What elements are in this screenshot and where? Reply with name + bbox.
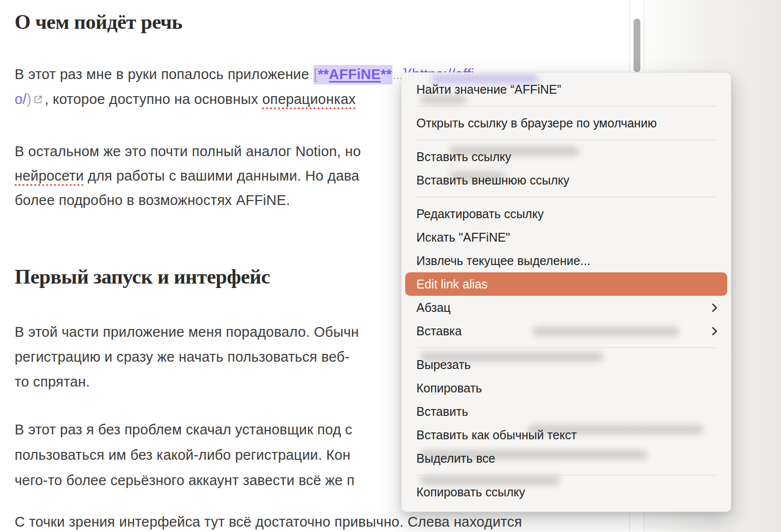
chevron-right-icon	[708, 303, 717, 312]
page: О чем пойдёт речь В этот раз мне в руки …	[0, 0, 781, 532]
paragraph-2-line-1[interactable]: В остальном же это почти полный аналог N…	[15, 143, 361, 160]
paragraph-text: для работы с вашими данными. Но дава	[84, 168, 360, 184]
heading-1: О чем пойдёт речь	[15, 10, 182, 34]
paragraph-4-line-2[interactable]: пользоваться им без какой-либо регистрац…	[15, 447, 350, 463]
paragraph-4-line-3[interactable]: чего-то более серьёзного аккаунт завести…	[15, 472, 354, 489]
paragraph-text: , которое доступно на основных	[44, 91, 262, 107]
context-menu: Найти значение “AFFiNE” Открыть ссылку в…	[401, 72, 731, 512]
menu-divider	[416, 106, 716, 106]
menu-item-lookup-meaning[interactable]: Найти значение “AFFiNE”	[405, 78, 727, 101]
heading-2: Первый запуск и интерфейс	[15, 265, 270, 289]
menu-divider	[416, 348, 716, 348]
menu-item-insert-submenu[interactable]: Вставка	[405, 319, 727, 343]
menu-item-paste-plain-text[interactable]: Вставить как обычный текст	[405, 423, 727, 447]
paragraph-1-line-2[interactable]: о/), которое доступно на основных операц…	[15, 91, 356, 107]
menu-divider	[416, 197, 716, 197]
paragraph-3-line-1[interactable]: В этой части приложение меня порадовало.…	[15, 324, 359, 340]
menu-item-edit-link[interactable]: Редактировать ссылку	[405, 202, 727, 225]
selected-link-markdown[interactable]: [**AFFiNE**	[313, 65, 392, 84]
external-link-icon[interactable]	[33, 92, 43, 102]
markdown-stars: **	[318, 66, 329, 82]
markdown-stars: **	[381, 66, 392, 82]
scrollbar-thumb[interactable]	[634, 19, 640, 72]
menu-divider	[416, 475, 716, 475]
menu-item-paste-external-link[interactable]: Вставить внешнюю ссылку	[405, 168, 727, 192]
menu-item-paste[interactable]: Вставить	[405, 400, 727, 423]
paragraph-text: В этот раз мне в руки попалось приложени…	[15, 66, 313, 82]
paragraph-5-line-1[interactable]: С точки зрения интерфейса тут всё достат…	[15, 513, 522, 530]
menu-divider	[416, 140, 716, 140]
paragraph-2-line-2[interactable]: нейросети для работы с вашими данными. Н…	[15, 167, 359, 184]
menu-item-copy[interactable]: Копировать	[405, 376, 727, 400]
paren-close: )	[27, 91, 32, 107]
menu-item-paste-link[interactable]: Вставить ссылку	[405, 145, 727, 168]
paragraph-4-line-1[interactable]: В этот раз я без проблем скачал установщ…	[15, 421, 352, 438]
menu-item-search[interactable]: Искать "AFFiNE"	[405, 225, 727, 249]
link-label[interactable]: AFFiNE	[329, 66, 381, 82]
misspelled-word: операционках	[262, 91, 356, 107]
chevron-right-icon	[708, 327, 717, 335]
menu-item-select-all[interactable]: Выделить все	[405, 447, 727, 470]
paragraph-2-line-3[interactable]: более подробно в возможностях AFFiNE.	[15, 192, 290, 208]
misspelled-word: нейросети	[15, 168, 84, 184]
paragraph-3-line-2[interactable]: регистрацию и сразу же начать пользовать…	[15, 348, 349, 365]
menu-item-open-link-default-browser[interactable]: Открыть ссылку в браузере по умолчанию	[405, 111, 727, 135]
menu-item-edit-link-alias[interactable]: Edit link alias	[405, 272, 727, 296]
menu-item-cut[interactable]: Вырезать	[405, 353, 727, 376]
menu-item-extract-selection[interactable]: Извлечь текущее выделение...	[405, 249, 727, 272]
menu-item-copy-link[interactable]: Копировать ссылку	[405, 480, 727, 504]
paragraph-3-line-3[interactable]: то спрятан.	[15, 373, 90, 390]
bracket-open: [	[314, 66, 318, 82]
link-url-wrap[interactable]: о/	[15, 91, 27, 107]
menu-item-paragraph-submenu[interactable]: Абзац	[405, 296, 727, 319]
